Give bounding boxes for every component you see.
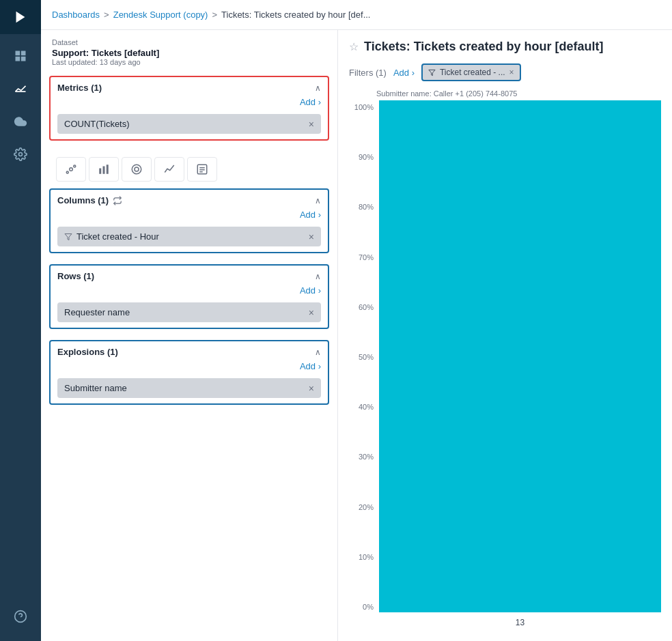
sidebar-item-dashboard[interactable] — [0, 40, 41, 72]
y-label-20: 20% — [359, 503, 374, 511]
bar-chart-bar — [379, 100, 661, 612]
dataset-label: Dataset — [52, 38, 326, 46]
metrics-chevron[interactable]: ∧ — [315, 83, 321, 93]
filters-add-button[interactable]: Add › — [393, 68, 415, 78]
svg-rect-12 — [103, 167, 105, 174]
columns-item-label: Ticket created - Hour — [76, 231, 159, 242]
filter-tag-icon — [428, 69, 436, 76]
breadcrumb: Dashboards > Zendesk Support (copy) > Ti… — [41, 0, 672, 30]
sidebar-logo — [0, 0, 41, 34]
columns-add: Add › — [51, 208, 328, 224]
svg-point-9 — [74, 165, 76, 167]
metrics-add-link[interactable]: Add › — [300, 97, 321, 107]
explosions-item-remove[interactable]: × — [309, 384, 314, 393]
breadcrumb-zendesk[interactable]: Zendesk Support (copy) — [113, 10, 208, 20]
sidebar-item-analytics[interactable] — [0, 72, 41, 105]
svg-point-5 — [19, 153, 23, 156]
svg-point-10 — [66, 171, 68, 173]
main: Dashboards > Zendesk Support (copy) > Ti… — [41, 0, 672, 641]
y-label-70: 70% — [359, 253, 374, 261]
content: Dataset Support: Tickets [default] Last … — [41, 30, 672, 641]
chart-icons — [49, 152, 329, 188]
y-label-30: 30% — [359, 453, 374, 461]
filter-tag-remove[interactable]: × — [509, 68, 514, 77]
filter-tag[interactable]: Ticket created - ... × — [421, 63, 521, 81]
metrics-item-remove[interactable]: × — [309, 119, 314, 129]
explosions-item-label: Submitter name — [64, 383, 127, 393]
star-icon[interactable]: ☆ — [349, 40, 359, 53]
explosions-add-link[interactable]: Add › — [300, 361, 321, 371]
sidebar-bottom — [0, 600, 41, 641]
sidebar-item-settings[interactable] — [0, 138, 41, 171]
settings-icon — [14, 147, 27, 161]
breadcrumb-current: Tickets: Tickets created by hour [def... — [221, 10, 370, 20]
svg-rect-13 — [107, 165, 109, 174]
chart-icon-bubble[interactable] — [56, 157, 86, 182]
left-panel: Dataset Support: Tickets [default] Last … — [41, 30, 338, 641]
explosions-item: Submitter name × — [57, 378, 321, 398]
columns-item-left: Ticket created - Hour — [64, 231, 159, 242]
explosions-chevron[interactable]: ∧ — [315, 347, 321, 357]
support-icon — [14, 610, 27, 623]
filter-tag-label: Ticket created - ... — [440, 68, 505, 77]
rows-header: Rows (1) ∧ — [51, 266, 328, 284]
svg-rect-3 — [16, 57, 20, 61]
dataset-name: Support: Tickets [default] — [52, 48, 326, 58]
sidebar-item-cloud[interactable] — [0, 105, 41, 138]
dashboard-icon — [14, 49, 27, 63]
sidebar-item-support[interactable] — [0, 600, 41, 633]
columns-item: Ticket created - Hour × — [57, 227, 321, 246]
metrics-item-label: COUNT(Tickets) — [64, 119, 130, 129]
rows-chevron[interactable]: ∧ — [315, 272, 321, 281]
sidebar-nav — [0, 34, 41, 600]
cloud-icon — [14, 115, 27, 128]
metrics-header: Metrics (1) ∧ — [51, 77, 328, 96]
sidebar — [0, 0, 41, 641]
chart-title: Tickets: Tickets created by hour [defaul… — [364, 40, 661, 54]
explosions-section: Explosions (1) ∧ Add › Submitter name × — [49, 340, 329, 405]
y-label-80: 80% — [359, 203, 374, 211]
metrics-add: Add › — [51, 96, 328, 111]
rows-section: Rows (1) ∧ Add › Requester name × — [49, 264, 329, 329]
right-header: ☆ Tickets: Tickets created by hour [defa… — [349, 40, 661, 54]
explosions-title: Explosions (1) — [57, 347, 118, 357]
columns-section: Columns (1) ∧ Add › Ticket created - Hou… — [49, 188, 329, 253]
y-label-60: 60% — [359, 303, 374, 311]
y-label-50: 50% — [359, 353, 374, 361]
analytics-icon — [14, 82, 27, 96]
filters-label: Filters (1) — [349, 68, 387, 78]
chart-body: 13 — [379, 100, 661, 631]
chart-icon-bar[interactable] — [89, 157, 119, 182]
chart-icon-line[interactable] — [154, 157, 184, 182]
y-label-40: 40% — [359, 403, 374, 411]
svg-point-14 — [132, 165, 141, 174]
breadcrumb-dashboards[interactable]: Dashboards — [52, 10, 100, 20]
chart-area: Submitter name: Caller +1 (205) 744-8075… — [349, 89, 661, 631]
submitter-note: Submitter name: Caller +1 (205) 744-8075 — [349, 89, 661, 98]
columns-add-link[interactable]: Add › — [300, 210, 321, 220]
columns-item-remove[interactable]: × — [309, 232, 314, 242]
y-axis: 100% 90% 80% 70% 60% 50% 40% 30% 20% 10%… — [349, 100, 379, 631]
svg-point-8 — [70, 168, 73, 171]
dataset-updated: Last updated: 13 days ago — [52, 58, 326, 66]
rows-add-link[interactable]: Add › — [300, 285, 321, 296]
columns-title: Columns (1) — [57, 195, 122, 205]
chart-with-axis: 100% 90% 80% 70% 60% 50% 40% 30% 20% 10%… — [349, 100, 661, 631]
x-label: 13 — [516, 618, 524, 631]
shuffle-icon[interactable] — [113, 196, 122, 205]
columns-header: Columns (1) ∧ — [51, 190, 328, 208]
chart-icon-radio[interactable] — [122, 157, 152, 182]
dataset-info: Dataset Support: Tickets [default] Last … — [49, 38, 329, 66]
svg-rect-4 — [21, 57, 26, 61]
svg-rect-11 — [99, 169, 101, 174]
svg-marker-21 — [429, 70, 435, 75]
metrics-title: Metrics (1) — [57, 83, 102, 93]
explosions-add: Add › — [51, 360, 328, 375]
rows-item-remove[interactable]: × — [309, 308, 314, 317]
filter-icon — [64, 233, 72, 241]
y-label-100: 100% — [354, 103, 374, 111]
svg-marker-20 — [65, 233, 72, 240]
columns-chevron[interactable]: ∧ — [315, 196, 321, 205]
chart-icon-text[interactable] — [187, 157, 217, 182]
svg-marker-0 — [16, 12, 25, 23]
